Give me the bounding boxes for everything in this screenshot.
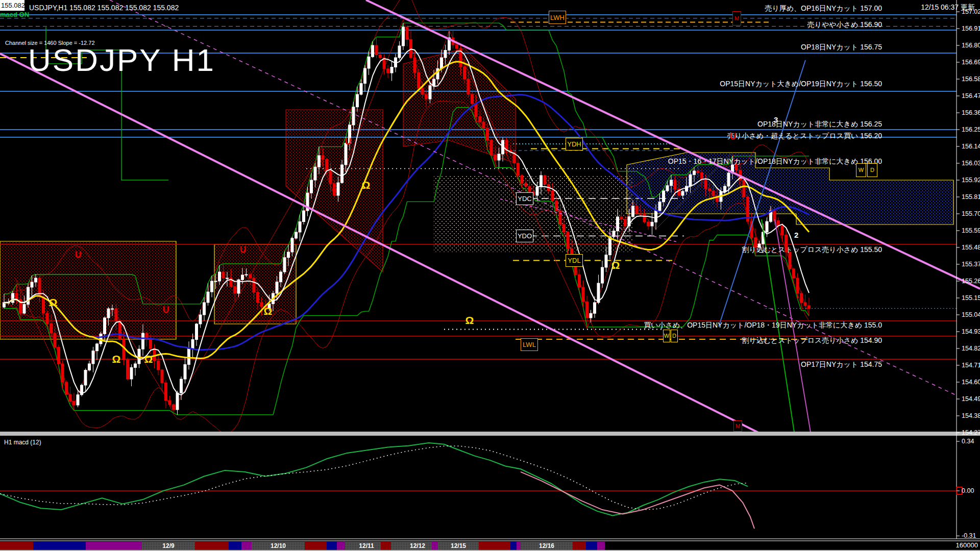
candle-body bbox=[789, 252, 791, 269]
candle-body bbox=[195, 324, 198, 340]
candle-body bbox=[303, 211, 305, 222]
candle-body bbox=[322, 156, 324, 159]
candle-body bbox=[283, 258, 286, 272]
trendline bbox=[762, 219, 794, 432]
candle-body bbox=[73, 402, 76, 405]
candle-body bbox=[785, 235, 788, 252]
candle-body bbox=[184, 364, 186, 379]
candle-body bbox=[218, 272, 221, 281]
session-strip-segment bbox=[517, 542, 521, 550]
price-tick-label: 155.810 bbox=[962, 193, 980, 201]
candle-body bbox=[368, 57, 370, 68]
candle-body bbox=[808, 306, 811, 309]
candle-body bbox=[425, 94, 428, 99]
session-strip-segment bbox=[345, 542, 381, 550]
price-tick-label: 156.690 bbox=[962, 59, 980, 66]
candle-body bbox=[689, 174, 692, 186]
candle-body bbox=[456, 45, 458, 48]
session-strip-segment bbox=[479, 542, 510, 550]
green-step-line bbox=[46, 27, 168, 180]
candle-body bbox=[387, 69, 389, 73]
candle-body bbox=[796, 278, 799, 293]
candle-body bbox=[681, 191, 684, 195]
candle-body bbox=[571, 248, 573, 257]
candle-body bbox=[804, 303, 806, 306]
candle-body bbox=[23, 304, 26, 313]
candle-body bbox=[188, 348, 190, 364]
candle-body bbox=[127, 360, 129, 379]
candle-body bbox=[724, 186, 726, 192]
candle-body bbox=[150, 339, 152, 348]
price-tick-label: 155.370 bbox=[962, 261, 980, 268]
candle-body bbox=[482, 122, 485, 128]
candle-body bbox=[766, 221, 768, 232]
price-tick-label: 154.490 bbox=[962, 395, 980, 403]
candle-body bbox=[173, 405, 175, 410]
candle-body bbox=[214, 281, 217, 282]
candle-body bbox=[735, 165, 738, 170]
candle-body bbox=[440, 58, 443, 68]
candle-body bbox=[134, 364, 137, 367]
price-tick-label: 155.150 bbox=[962, 294, 980, 302]
session-strip bbox=[0, 541, 980, 550]
price-tick-label: 154.270 bbox=[962, 429, 980, 436]
session-strip-segment bbox=[327, 542, 337, 550]
price-tick-label: 155.700 bbox=[962, 210, 980, 217]
candle-body bbox=[375, 45, 378, 55]
candle-body bbox=[291, 238, 293, 252]
panel-separator[interactable] bbox=[0, 432, 980, 436]
price-tick-label: 154.930 bbox=[962, 328, 980, 335]
candle-body bbox=[191, 340, 194, 348]
candle-body bbox=[525, 183, 527, 186]
candle-body bbox=[84, 370, 87, 385]
candle-body bbox=[475, 104, 477, 117]
candle-body bbox=[663, 191, 665, 202]
session-strip-segment bbox=[142, 542, 195, 550]
session-strip-segment bbox=[33, 542, 86, 550]
candle-body bbox=[612, 231, 615, 237]
candle-body bbox=[559, 211, 561, 224]
candle-body bbox=[640, 214, 642, 214]
candle-body bbox=[574, 257, 577, 275]
session-strip-segment bbox=[573, 542, 586, 550]
candle-body bbox=[674, 180, 676, 189]
candle-body bbox=[429, 86, 431, 99]
candle-body bbox=[142, 333, 144, 349]
candle-body bbox=[299, 222, 301, 232]
candle-body bbox=[743, 180, 745, 197]
candle-body bbox=[567, 232, 569, 248]
session-strip-segment bbox=[252, 542, 305, 550]
price-tick-label: 155.040 bbox=[962, 311, 980, 318]
candle-body bbox=[666, 186, 669, 191]
candle-body bbox=[609, 237, 611, 255]
candle-body bbox=[590, 313, 592, 318]
session-strip-segment bbox=[586, 542, 597, 550]
candle-body bbox=[15, 293, 18, 299]
price-tick-label: 155.260 bbox=[962, 278, 980, 285]
macd-tick-label: 0.00 bbox=[962, 487, 974, 494]
chart-canvas[interactable]: 0.340.00-0.31 157.020156.910156.800156.6… bbox=[0, 0, 980, 551]
session-strip-segment bbox=[391, 542, 432, 550]
session-strip-segment bbox=[305, 542, 327, 550]
candle-body bbox=[234, 286, 236, 293]
candle-body bbox=[69, 394, 71, 402]
candle-body bbox=[655, 211, 657, 222]
candle-body bbox=[605, 255, 607, 267]
candle-body bbox=[406, 27, 408, 39]
candle-body bbox=[276, 282, 278, 293]
candle-body bbox=[624, 219, 627, 226]
candle-body bbox=[632, 206, 634, 217]
candle-body bbox=[341, 165, 344, 183]
candle-body bbox=[467, 79, 470, 94]
candle-body bbox=[643, 214, 646, 222]
candle-body bbox=[31, 282, 33, 287]
session-strip-segment bbox=[195, 542, 229, 550]
candle-body bbox=[521, 176, 523, 183]
candle-body bbox=[46, 313, 48, 323]
candle-body bbox=[199, 315, 202, 324]
price-axis[interactable]: 157.020156.910156.800156.690156.580156.4… bbox=[957, 8, 980, 436]
candle-body bbox=[168, 400, 171, 405]
candle-body bbox=[257, 292, 259, 303]
candle-body bbox=[77, 395, 79, 405]
candle-body bbox=[61, 364, 64, 382]
